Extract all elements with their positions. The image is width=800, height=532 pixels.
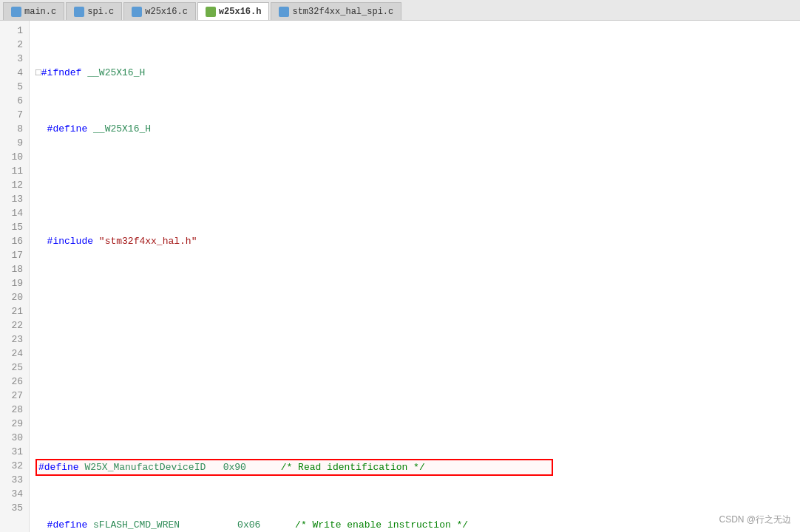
c-file-icon — [132, 7, 142, 17]
tab-spi-c[interactable]: spi.c — [66, 2, 122, 20]
code-line — [35, 403, 800, 417]
tab-label: spi.c — [87, 7, 114, 17]
tab-stm32-hal-spi[interactable]: stm32f4xx_hal_spi.c — [271, 2, 401, 20]
tab-label: main.c — [24, 7, 56, 17]
code-editor: 1 2 3 4 5 6 7 8 9 10 11 12 13 14 15 16 1… — [0, 21, 800, 532]
tab-label: w25x16.c — [145, 7, 188, 17]
tab-w25x16-c[interactable]: w25x16.c — [123, 2, 196, 20]
tab-w25x16-h[interactable]: w25x16.h — [197, 2, 270, 20]
c-file-icon — [279, 7, 289, 17]
code-line: □#ifndef __W25X16_H — [35, 66, 800, 80]
h-file-icon — [206, 7, 216, 17]
code-line-8: #define W25X_ManufactDeviceID 0x90 /* Re… — [35, 459, 553, 476]
code-line: #define __W25X16_H — [35, 122, 800, 136]
tab-label: stm32f4xx_hal_spi.c — [292, 7, 393, 17]
c-file-icon — [11, 7, 21, 17]
code-line — [35, 178, 800, 192]
c-file-icon — [74, 7, 84, 17]
watermark: CSDN @行之无边 — [719, 514, 791, 526]
code-line — [35, 290, 800, 304]
code-line — [35, 347, 800, 361]
tab-bar: main.c spi.c w25x16.c w25x16.h stm32f4xx… — [0, 0, 800, 21]
code-line: #include "stm32f4xx_hal.h" — [35, 234, 800, 248]
code-content[interactable]: □#ifndef __W25X16_H #define __W25X16_H #… — [30, 21, 800, 532]
tab-label: w25x16.h — [219, 7, 262, 17]
tab-main-c[interactable]: main.c — [3, 2, 64, 20]
line-numbers: 1 2 3 4 5 6 7 8 9 10 11 12 13 14 15 16 1… — [0, 21, 30, 532]
code-line: #define sFLASH_CMD_WREN 0x06 /* Write en… — [35, 518, 800, 532]
